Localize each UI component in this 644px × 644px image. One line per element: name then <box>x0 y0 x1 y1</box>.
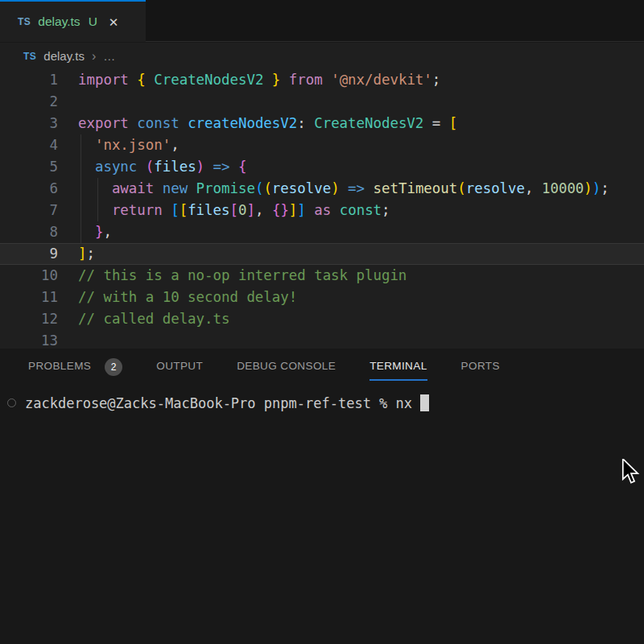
code-token: ] <box>246 202 254 218</box>
code-token: // this is a no-op interred task plugin <box>78 267 407 283</box>
code-token: => <box>204 159 238 175</box>
code-line-content: return [[files[0], {}]] as const; <box>58 200 390 221</box>
code-line[interactable]: 2 <box>0 91 644 113</box>
command-decoration-circle-icon <box>7 398 16 407</box>
code-line[interactable]: 11// with a 10 second delay! <box>0 287 644 308</box>
code-token: ) <box>331 180 339 196</box>
code-view[interactable]: 1import { CreateNodesV2 } from '@nx/devk… <box>0 69 644 349</box>
panel-tab-label: OUTPUT <box>156 360 203 372</box>
line-number: 8 <box>0 221 58 243</box>
code-token: Promise <box>196 180 255 196</box>
code-token: files <box>154 159 196 175</box>
tab-delay-ts[interactable]: TS delay.ts U ✕ <box>0 0 146 42</box>
code-line-content: import { CreateNodesV2 } from '@nx/devki… <box>58 69 440 91</box>
code-token: => <box>340 180 374 196</box>
code-token: [ <box>180 202 188 218</box>
code-token: import <box>78 72 137 88</box>
editor-tab-bar: TS delay.ts U ✕ <box>0 0 644 42</box>
code-token: resolve <box>466 180 525 196</box>
code-line-content: 'nx.json', <box>58 134 180 156</box>
code-token: ] <box>289 202 297 218</box>
code-line-content: // this is a no-op interred task plugin <box>58 265 407 287</box>
code-token: {} <box>272 202 289 218</box>
code-line[interactable]: 6 await new Promise((resolve) => setTime… <box>0 178 644 200</box>
code-line-content: ]; <box>58 243 95 265</box>
breadcrumb-symbol-ellipsis[interactable]: … <box>103 49 116 63</box>
panel-tab-problems[interactable]: PROBLEMS2 <box>28 360 122 381</box>
line-number: 13 <box>0 330 58 349</box>
breadcrumb-file[interactable]: delay.ts <box>43 49 85 63</box>
code-token: ( <box>457 180 465 196</box>
terminal[interactable]: zackderose@Zacks-MacBook-Pro pnpm-ref-te… <box>0 394 644 411</box>
code-token: as <box>306 202 340 218</box>
code-line-content: async (files) => { <box>58 156 246 178</box>
code-token: ; <box>432 72 440 88</box>
code-token: return <box>78 202 171 218</box>
code-token: new <box>163 180 196 196</box>
code-token: : <box>297 115 314 131</box>
problems-count-badge: 2 <box>105 358 122 376</box>
code-token: const <box>340 202 382 218</box>
panel-tab-terminal[interactable]: TERMINAL <box>369 360 427 381</box>
code-token: } <box>263 72 280 88</box>
code-line-content <box>58 330 78 349</box>
breadcrumb: TS delay.ts › … <box>0 43 644 69</box>
editor-area[interactable]: TS delay.ts › … 1import { CreateNodesV2 … <box>0 43 644 349</box>
code-token: 0 <box>238 202 246 218</box>
panel-tab-output[interactable]: OUTPUT <box>156 360 203 381</box>
panel-tab-label: DEBUG CONSOLE <box>237 360 336 372</box>
git-untracked-badge: U <box>89 14 97 29</box>
code-line[interactable]: 5 async (files) => { <box>0 156 644 178</box>
line-number: 6 <box>0 178 58 200</box>
code-token: [ <box>230 202 238 218</box>
code-token: { <box>238 159 246 175</box>
panel-tab-label: PORTS <box>461 360 500 372</box>
code-token: , <box>255 202 272 218</box>
code-line-content <box>58 91 78 113</box>
code-line[interactable]: 8 }, <box>0 221 644 243</box>
typescript-file-icon: TS <box>23 51 36 62</box>
code-line[interactable]: 1import { CreateNodesV2 } from '@nx/devk… <box>0 69 644 91</box>
code-line[interactable]: 10// this is a no-op interred task plugi… <box>0 265 644 287</box>
code-line[interactable]: 12// called delay.ts <box>0 308 644 330</box>
code-line-content: await new Promise((resolve) => setTimeou… <box>58 178 609 200</box>
code-token: , <box>103 224 111 240</box>
code-token: ) <box>584 180 592 196</box>
line-number: 4 <box>0 134 58 156</box>
code-line[interactable]: 4 'nx.json', <box>0 134 644 156</box>
code-line-content: export const createNodesV2: CreateNodesV… <box>58 113 457 134</box>
code-line[interactable]: 7 return [[files[0], {}]] as const; <box>0 200 644 221</box>
line-number: 2 <box>0 91 58 113</box>
code-token: from <box>280 72 331 88</box>
code-token: resolve <box>272 180 331 196</box>
code-line-content: // with a 10 second delay! <box>58 287 297 308</box>
code-line[interactable]: 13 <box>0 330 644 349</box>
panel-tab-bar: PROBLEMS2OUTPUTDEBUG CONSOLETERMINALPORT… <box>0 349 644 381</box>
code-token: files <box>188 202 229 218</box>
code-token: async <box>78 159 146 175</box>
panel-tab-label: TERMINAL <box>369 360 427 372</box>
chevron-right-icon: › <box>92 49 96 64</box>
code-token: // called delay.ts <box>78 311 229 327</box>
panel-tab-ports[interactable]: PORTS <box>461 360 500 381</box>
line-number: 5 <box>0 156 58 178</box>
code-token: = <box>423 115 448 131</box>
tab-title: delay.ts <box>38 14 80 29</box>
code-token: '@nx/devkit' <box>331 72 432 88</box>
typescript-file-icon: TS <box>18 16 31 27</box>
code-token: // with a 10 second delay! <box>78 289 297 305</box>
code-token: CreateNodesV2 <box>314 115 423 131</box>
code-line[interactable]: 3export const createNodesV2: CreateNodes… <box>0 113 644 134</box>
terminal-prompt: zackderose@Zacks-MacBook-Pro pnpm-ref-te… <box>25 395 420 411</box>
code-token: ( <box>255 180 263 196</box>
indent-guide <box>80 134 81 243</box>
code-token: setTimeout <box>374 180 458 196</box>
close-icon[interactable]: ✕ <box>109 16 119 28</box>
code-line[interactable]: 9]; <box>0 243 644 265</box>
code-token: 'nx.json' <box>78 137 171 153</box>
line-number: 11 <box>0 287 58 308</box>
code-token: ( <box>263 180 271 196</box>
panel-tab-debug-console[interactable]: DEBUG CONSOLE <box>237 360 336 381</box>
code-token: CreateNodesV2 <box>154 72 263 88</box>
code-token: createNodesV2 <box>188 115 297 131</box>
